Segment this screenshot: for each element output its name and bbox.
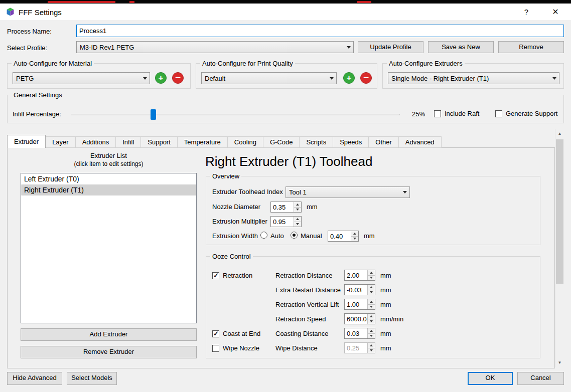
spin-up-icon[interactable] <box>368 328 375 334</box>
spin-up-icon[interactable] <box>368 343 375 348</box>
auto-configure-material-group: Auto-Configure for Material PETG + − <box>7 63 191 89</box>
retraction-speed-spinner[interactable]: 6000.0 <box>344 313 375 324</box>
spin-up-icon[interactable] <box>368 299 375 305</box>
select-models-button[interactable]: Select Models <box>67 372 117 385</box>
tab-infill[interactable]: Infill <box>115 136 141 148</box>
scroll-down-icon[interactable]: ▼ <box>555 358 564 367</box>
dropdown-arrow-icon <box>140 73 150 84</box>
extruder-listbox: Left Extruder (T0) Right Extruder (T1) <box>21 173 197 323</box>
tab-cooling[interactable]: Cooling <box>227 136 263 148</box>
tab-gcode[interactable]: G-Code <box>263 136 300 148</box>
scrollbar: ▲ ▼ <box>555 129 563 367</box>
generate-support-checkbox[interactable]: Generate Support <box>495 110 557 117</box>
ok-button[interactable]: OK <box>468 372 513 385</box>
group-title: Ooze Control <box>210 253 253 260</box>
checkbox-box <box>495 110 502 117</box>
spin-down-icon[interactable] <box>368 319 375 324</box>
material-combo[interactable]: PETG <box>13 72 150 84</box>
hide-advanced-button[interactable]: Hide Advanced <box>7 372 62 385</box>
add-extruder-button[interactable]: Add Extruder <box>21 328 197 341</box>
extruder-mode-combo[interactable]: Single Mode - Right Extruder (T1) <box>388 72 559 84</box>
scroll-thumb[interactable] <box>556 139 563 284</box>
tab-advanced[interactable]: Advanced <box>398 136 442 148</box>
tab-support[interactable]: Support <box>140 136 178 148</box>
spinner-value: 0.25 <box>345 343 367 353</box>
remove-quality-button[interactable]: − <box>360 72 372 84</box>
tab-speeds[interactable]: Speeds <box>333 136 369 148</box>
checkbox-label: Generate Support <box>506 110 557 117</box>
setting-label: Retraction Distance <box>275 272 332 279</box>
spin-down-icon[interactable] <box>368 290 375 295</box>
tab-layer[interactable]: Layer <box>45 136 76 148</box>
spin-up-icon[interactable] <box>351 231 358 237</box>
unit-label: mm <box>380 344 391 352</box>
extrusion-width-manual-radio[interactable] <box>291 232 298 239</box>
save-as-new-button[interactable]: Save as New <box>428 41 494 53</box>
retraction-checkbox[interactable]: Retraction <box>212 272 252 279</box>
scroll-up-icon[interactable]: ▲ <box>555 129 564 138</box>
dropdown-arrow-icon <box>327 73 336 84</box>
spin-up-icon[interactable] <box>368 270 375 276</box>
spin-down-icon[interactable] <box>368 348 375 353</box>
checkbox-label: Retraction <box>223 272 252 279</box>
add-material-button[interactable]: + <box>155 72 167 84</box>
slider-track[interactable] <box>71 114 400 115</box>
spin-down-icon[interactable] <box>368 276 375 281</box>
toolhead-index-combo[interactable]: Tool 1 <box>286 186 410 198</box>
coasting-distance-spinner[interactable]: 0.03 <box>344 328 375 339</box>
process-name-input[interactable] <box>76 25 564 37</box>
tab-scripts[interactable]: Scripts <box>299 136 333 148</box>
infill-slider-handle[interactable] <box>151 109 156 120</box>
infill-percentage-value: 25% <box>404 110 425 118</box>
tab-other[interactable]: Other <box>368 136 399 148</box>
extrusion-width-auto-radio[interactable] <box>260 232 267 239</box>
tab-additions[interactable]: Additions <box>75 136 116 148</box>
extrusion-width-spinner[interactable]: 0.40 <box>328 231 359 242</box>
setting-label: Coasting Distance <box>275 330 329 337</box>
nozzle-diameter-spinner[interactable]: 0.35 <box>270 202 302 213</box>
checkbox-box <box>212 345 219 352</box>
toolhead-heading: Right Extruder (T1) Toolhead <box>205 154 372 169</box>
group-title: General Settings <box>12 91 64 99</box>
checkbox-box <box>212 330 219 337</box>
close-button[interactable]: ✕ <box>548 6 563 19</box>
retraction-distance-spinner[interactable]: 2.00 <box>344 270 375 281</box>
include-raft-checkbox[interactable]: Include Raft <box>434 110 479 117</box>
remove-extruder-button[interactable]: Remove Extruder <box>21 346 197 358</box>
spin-up-icon[interactable] <box>368 285 375 290</box>
group-title: Auto-Configure Extruders <box>387 60 465 67</box>
quality-combo[interactable]: Default <box>201 72 337 84</box>
overview-group: Overview Extruder Toolhead Index Tool 1 … <box>206 176 540 245</box>
update-profile-button[interactable]: Update Profile <box>358 41 423 53</box>
spin-up-icon[interactable] <box>368 314 375 319</box>
spin-up-icon[interactable] <box>294 202 301 208</box>
spin-down-icon[interactable] <box>368 305 375 310</box>
cancel-button[interactable]: Cancel <box>517 372 564 385</box>
spin-down-icon[interactable] <box>294 222 301 227</box>
tab-extruder[interactable]: Extruder <box>7 135 46 148</box>
group-title: Auto-Configure for Material <box>12 60 94 67</box>
toolhead-index-label: Extruder Toolhead Index <box>212 188 283 195</box>
remove-material-button[interactable]: − <box>172 72 184 84</box>
list-item-right-extruder[interactable]: Right Extruder (T1) <box>21 184 196 195</box>
unit-label: mm <box>380 286 391 294</box>
spin-up-icon[interactable] <box>294 217 301 222</box>
wipe-nozzle-checkbox[interactable]: Wipe Nozzle <box>212 344 259 352</box>
retraction-vertical-lift-spinner[interactable]: 1.00 <box>344 299 375 310</box>
spin-down-icon[interactable] <box>351 237 358 242</box>
list-item-left-extruder[interactable]: Left Extruder (T0) <box>21 173 196 184</box>
extrusion-multiplier-label: Extrusion Multiplier <box>212 218 267 225</box>
setting-label: Wipe Distance <box>275 344 318 352</box>
spin-down-icon[interactable] <box>368 334 375 339</box>
remove-profile-button[interactable]: Remove <box>498 41 564 53</box>
coast-at-end-checkbox[interactable]: Coast at End <box>212 330 260 337</box>
wipe-distance-spinner[interactable]: 0.25 <box>344 342 375 353</box>
infill-slider[interactable] <box>71 109 400 120</box>
add-quality-button[interactable]: + <box>343 72 355 84</box>
extrusion-multiplier-spinner[interactable]: 0.95 <box>270 216 302 227</box>
profile-combo[interactable]: M3-ID Rev1 PETG <box>76 41 354 53</box>
help-button[interactable]: ? <box>519 6 534 19</box>
extra-restart-distance-spinner[interactable]: -0.03 <box>344 284 375 295</box>
spin-down-icon[interactable] <box>294 208 301 213</box>
tab-temperature[interactable]: Temperature <box>177 136 228 148</box>
